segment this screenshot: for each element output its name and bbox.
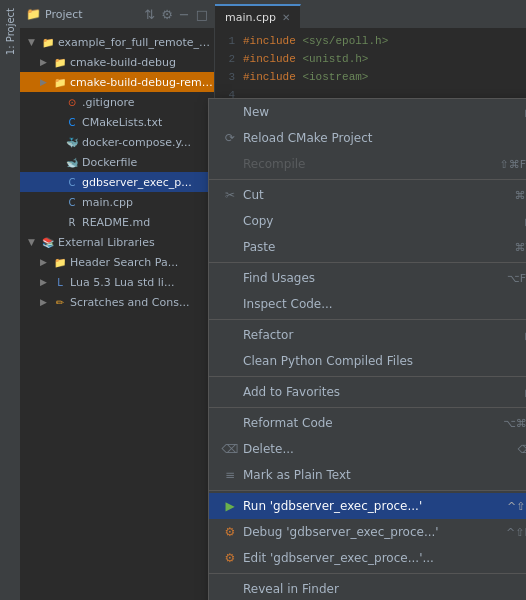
tree-item-ext-libs[interactable]: ▼ 📚 External Libraries xyxy=(20,232,214,252)
item-label: cmake-build-debug-remote-host xyxy=(70,76,214,89)
cmake-icon: C xyxy=(65,115,79,129)
item-label: example_for_full_remote_mode_of_clion_..… xyxy=(58,36,214,49)
panel-header-icons: ⇅ ⚙ − □ xyxy=(144,7,208,22)
cpp-icon: C xyxy=(65,195,79,209)
cut-icon: ✂ xyxy=(221,188,239,202)
menu-separator xyxy=(209,573,526,574)
tab-close-icon[interactable]: ✕ xyxy=(282,12,290,23)
tree-item-gitignore[interactable]: ⊙ .gitignore xyxy=(20,92,214,112)
menu-item-run[interactable]: ▶ Run 'gdbserver_exec_proce...' ^⇧R xyxy=(209,493,526,519)
item-label: Lua 5.3 Lua std li... xyxy=(70,276,174,289)
sidebar-vertical-label: 1: Project xyxy=(0,0,20,600)
menu-separator xyxy=(209,376,526,377)
lua-icon: L xyxy=(53,275,67,289)
edit-config-icon: ⚙ xyxy=(221,551,239,565)
menu-item-refactor[interactable]: Refactor ▶ xyxy=(209,322,526,348)
menu-item-reload-cmake[interactable]: ⟳ Reload CMake Project xyxy=(209,125,526,151)
line-number: 1 xyxy=(215,35,243,47)
docker-icon: 🐋 xyxy=(65,155,79,169)
arrow-icon: ▶ xyxy=(40,57,50,67)
menu-separator xyxy=(209,490,526,491)
tree-item-docker-compose[interactable]: 🐳 docker-compose.y... xyxy=(20,132,214,152)
item-label: README.md xyxy=(82,216,150,229)
tab-main-cpp[interactable]: main.cpp ✕ xyxy=(215,4,301,28)
tree-item-root[interactable]: ▼ 📁 example_for_full_remote_mode_of_clio… xyxy=(20,32,214,52)
delete-icon: ⌫ xyxy=(221,442,239,456)
tree-item-lua[interactable]: ▶ L Lua 5.3 Lua std li... xyxy=(20,272,214,292)
menu-item-label: Inspect Code... xyxy=(243,297,526,311)
folder-icon: 📁 xyxy=(41,35,55,49)
menu-item-reveal-finder[interactable]: Reveal in Finder xyxy=(209,576,526,600)
item-label: Scratches and Cons... xyxy=(70,296,189,309)
file-tree: ▼ 📁 example_for_full_remote_mode_of_clio… xyxy=(20,28,214,316)
menu-item-reformat[interactable]: Reformat Code ⌥⌘L xyxy=(209,410,526,436)
sort-icon[interactable]: ⇅ xyxy=(144,7,155,22)
tree-item-gdbserver[interactable]: C gdbserver_exec_p... xyxy=(20,172,214,192)
menu-item-label: Clean Python Compiled Files xyxy=(243,354,526,368)
menu-item-edit-config[interactable]: ⚙ Edit 'gdbserver_exec_proce...'... xyxy=(209,545,526,571)
tree-item-dockerfile[interactable]: 🐋 Dockerfile xyxy=(20,152,214,172)
menu-item-new[interactable]: New ▶ xyxy=(209,99,526,125)
tree-item-scratches[interactable]: ▶ ✏ Scratches and Cons... xyxy=(20,292,214,312)
lib-icon: 📚 xyxy=(41,235,55,249)
menu-item-add-favorites[interactable]: Add to Favorites ▶ xyxy=(209,379,526,405)
panel-header: 📁 Project ⇅ ⚙ − □ xyxy=(20,0,214,28)
panel-title: Project xyxy=(45,8,140,21)
item-label: main.cpp xyxy=(82,196,133,209)
item-label: .gitignore xyxy=(82,96,135,109)
arrow-icon: ▶ xyxy=(40,257,50,267)
menu-item-label: Add to Favorites xyxy=(243,385,517,399)
menu-item-find-usages[interactable]: Find Usages ⌥F7 xyxy=(209,265,526,291)
menu-item-label: Recompile xyxy=(243,157,479,171)
menu-item-label: Reload CMake Project xyxy=(243,131,526,145)
tree-item-cmakelists[interactable]: C CMakeLists.txt xyxy=(20,112,214,132)
line-number: 3 xyxy=(215,71,243,83)
docker-icon: 🐳 xyxy=(65,135,79,149)
arrow-icon: ▼ xyxy=(28,37,38,47)
arrow-icon: ▶ xyxy=(40,297,50,307)
git-icon: ⊙ xyxy=(65,95,79,109)
folder-icon: 📁 xyxy=(53,255,67,269)
folder-icon: 📁 xyxy=(26,7,41,21)
context-menu: New ▶ ⟳ Reload CMake Project Recompile ⇧… xyxy=(208,98,526,600)
item-label: docker-compose.y... xyxy=(82,136,191,149)
tab-bar: main.cpp ✕ xyxy=(215,0,526,28)
reload-icon: ⟳ xyxy=(221,131,239,145)
shortcut-label: ⇧⌘F9 xyxy=(499,158,526,171)
menu-item-label: Cut xyxy=(243,188,494,202)
line-number: 2 xyxy=(215,53,243,65)
line-content: #include <iostream> xyxy=(243,71,368,83)
tree-item-readme[interactable]: R README.md xyxy=(20,212,214,232)
menu-item-label: Refactor xyxy=(243,328,517,342)
menu-item-copy[interactable]: Copy ▶ xyxy=(209,208,526,234)
menu-item-paste[interactable]: Paste ⌘V xyxy=(209,234,526,260)
item-label: CMakeLists.txt xyxy=(82,116,162,129)
item-label: gdbserver_exec_p... xyxy=(82,176,192,189)
menu-item-mark-plain[interactable]: ≡ Mark as Plain Text xyxy=(209,462,526,488)
menu-item-cut[interactable]: ✂ Cut ⌘X xyxy=(209,182,526,208)
settings-icon[interactable]: ⚙ xyxy=(161,7,173,22)
code-line-2: 2 #include <unistd.h> xyxy=(215,50,526,68)
menu-item-clean-python[interactable]: Clean Python Compiled Files xyxy=(209,348,526,374)
menu-item-label: Edit 'gdbserver_exec_proce...'... xyxy=(243,551,526,565)
readme-icon: R xyxy=(65,215,79,229)
minimize-icon[interactable]: − xyxy=(179,7,190,22)
item-label: cmake-build-debug xyxy=(70,56,176,69)
tree-item-cmake-debug[interactable]: ▶ 📁 cmake-build-debug xyxy=(20,52,214,72)
shortcut-label: ^⇧D xyxy=(506,526,526,539)
menu-item-debug[interactable]: ⚙ Debug 'gdbserver_exec_proce...' ^⇧D xyxy=(209,519,526,545)
arrow-icon: ▶ xyxy=(40,77,50,87)
menu-separator xyxy=(209,319,526,320)
tree-item-main[interactable]: C main.cpp xyxy=(20,192,214,212)
menu-item-delete[interactable]: ⌫ Delete... ⌫ xyxy=(209,436,526,462)
shortcut-label: ⌥F7 xyxy=(507,272,526,285)
menu-item-label: Reformat Code xyxy=(243,416,483,430)
menu-separator xyxy=(209,179,526,180)
menu-item-inspect-code[interactable]: Inspect Code... xyxy=(209,291,526,317)
shortcut-label: ⌫ xyxy=(517,443,526,456)
maximize-icon[interactable]: □ xyxy=(196,7,208,22)
code-line-1: 1 #include <sys/epoll.h> xyxy=(215,32,526,50)
shortcut-label: ⌘X xyxy=(514,189,526,202)
tree-item-header-search[interactable]: ▶ 📁 Header Search Pa... xyxy=(20,252,214,272)
tree-item-cmake-remote[interactable]: ▶ 📁 cmake-build-debug-remote-host xyxy=(20,72,214,92)
